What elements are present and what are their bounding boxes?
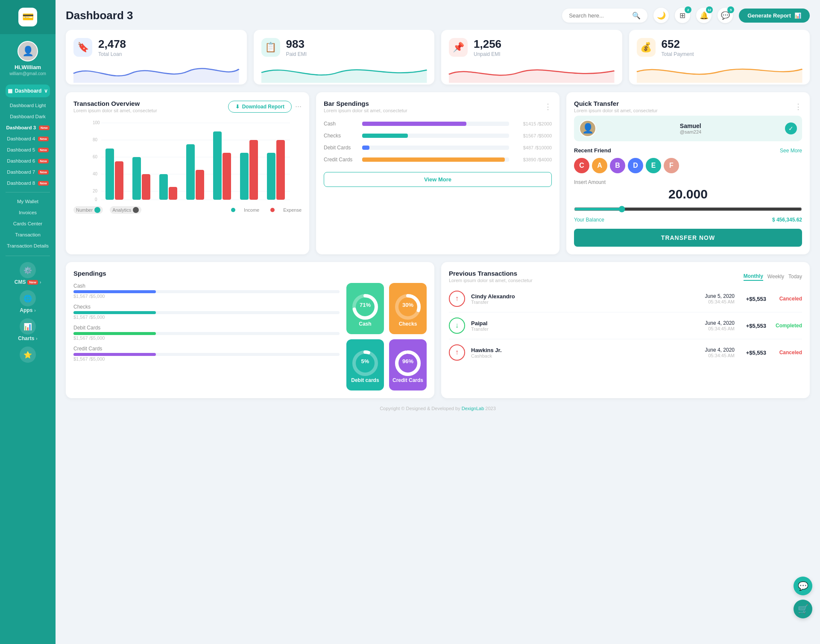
sidebar-item-dashboard-3[interactable]: Dashboard 3 New bbox=[0, 122, 56, 133]
tx-type-hawkins: Cashback bbox=[471, 353, 699, 358]
tx-time-hawkins: 05:34:45 AM bbox=[705, 353, 735, 358]
svg-rect-28 bbox=[223, 153, 231, 200]
sidebar-item-dashboard-8[interactable]: Dashboard 8 New bbox=[0, 178, 56, 189]
spendings-bars: Cash $1,567 /$5,000 Checks $1,567 /$5,00… bbox=[73, 283, 340, 390]
chat-icon-btn[interactable]: 💬 5 bbox=[718, 8, 733, 23]
sidebar: 💳 👤 Hi,William william@gmail.com ▦ Dashb… bbox=[0, 0, 56, 644]
donut-grid: 71% Cash 30% Checks bbox=[346, 283, 427, 390]
search-box[interactable]: 🔍 bbox=[562, 9, 647, 23]
stats-row: 🔖 2,478 Total Loan 📋 983 Paid EMI bbox=[66, 30, 810, 85]
tx-type-paipal: Transfer bbox=[471, 326, 699, 332]
dashboard-toggle-btn[interactable]: ▦ Dashboard ∨ bbox=[6, 85, 50, 97]
unpaid-emi-label: Unpaid EMI bbox=[474, 51, 501, 57]
view-more-button[interactable]: View More bbox=[324, 172, 552, 187]
tx-name-hawkins: Hawkins Jr. bbox=[471, 347, 699, 353]
friend-avatar-6[interactable]: F bbox=[664, 158, 679, 173]
generate-report-button[interactable]: Generate Report 📊 bbox=[739, 9, 810, 23]
tx-name-paipal: Paipal bbox=[471, 320, 699, 326]
tab-today[interactable]: Today bbox=[788, 273, 802, 280]
sidebar-item-dashboard-light[interactable]: Dashboard Light bbox=[0, 100, 56, 111]
sidebar-item-cards-center[interactable]: Cards Center bbox=[0, 218, 56, 229]
sidebar-item-transaction[interactable]: Transaction bbox=[0, 229, 56, 240]
sidebar-item-dashboard-7[interactable]: Dashboard 7 New bbox=[0, 166, 56, 178]
tx-time-paipal: 05:34:45 AM bbox=[705, 326, 735, 331]
debit-label: Debit Cards bbox=[324, 145, 358, 151]
chart-legend: Number Analytics Income Expense bbox=[73, 206, 302, 214]
svg-rect-24 bbox=[169, 187, 177, 200]
tx-row-paipal: ↓ Paipal Transfer June 4, 2020 05:34:45 … bbox=[449, 312, 802, 339]
new-badge: New bbox=[39, 125, 49, 130]
svg-text:20: 20 bbox=[93, 189, 98, 193]
donut-credit: 96% Credit Cards bbox=[389, 339, 427, 390]
bar-spendings-card: Bar Spendings Lorem ipsum dolor sit amet… bbox=[316, 92, 559, 254]
moon-icon-btn[interactable]: 🌙 bbox=[653, 8, 669, 23]
tab-monthly[interactable]: Monthly bbox=[744, 272, 763, 281]
friend-avatar-4[interactable]: D bbox=[628, 158, 643, 173]
sidebar-item-dashboard-dark[interactable]: Dashboard Dark bbox=[0, 111, 56, 122]
cash-values: $1415 /$2000 bbox=[513, 121, 552, 126]
spend-cash-label: Cash bbox=[73, 283, 340, 289]
more-options-button[interactable]: ··· bbox=[295, 102, 302, 111]
transfer-now-button[interactable]: TRANSFER NOW bbox=[574, 229, 802, 247]
bar-spendings-more-button[interactable]: ⋮ bbox=[544, 102, 552, 111]
spend-cash: Cash $1,567 /$5,000 bbox=[73, 283, 340, 299]
download-icon: ⬇ bbox=[235, 104, 240, 110]
friend-avatars: C A B D E F bbox=[574, 158, 802, 173]
svg-rect-20 bbox=[115, 161, 123, 200]
paid-emi-label: Paid EMI bbox=[286, 51, 307, 57]
footer: Copyright © Designed & Developed by Dexi… bbox=[66, 406, 810, 411]
gear-icon: ⚙️ bbox=[20, 262, 36, 278]
friend-avatar-3[interactable]: B bbox=[610, 158, 625, 173]
sidebar-section-charts[interactable]: 📊 Charts › bbox=[0, 316, 56, 344]
qt-user-handle: @sam224 bbox=[680, 129, 701, 134]
tab-weekly[interactable]: Weekly bbox=[767, 273, 784, 280]
see-more-link[interactable]: See More bbox=[780, 148, 802, 154]
svg-rect-27 bbox=[213, 131, 222, 200]
sidebar-item-transaction-details[interactable]: Transaction Details bbox=[0, 240, 56, 251]
spend-credit-label: Credit Cards bbox=[73, 346, 340, 352]
search-input[interactable] bbox=[569, 12, 629, 19]
user-name: Hi,William bbox=[15, 64, 41, 70]
sidebar-section-apps[interactable]: 🌐 Apps › bbox=[0, 288, 56, 316]
txn-title: Transaction Overview bbox=[73, 100, 157, 107]
prev-tx-subtitle: Lorem ipsum dolor sit amet, consectetur bbox=[449, 278, 533, 283]
donut-cash: 71% Cash bbox=[346, 283, 384, 334]
sidebar-item-dashboard-6[interactable]: Dashboard 6 New bbox=[0, 155, 56, 166]
stat-card-total-payment: 💰 652 Total Payment bbox=[629, 30, 810, 85]
tx-type-cindy: Transfer bbox=[471, 300, 699, 305]
sidebar-item-my-wallet[interactable]: My Wallet bbox=[0, 196, 56, 207]
apps-icon: 🌐 bbox=[20, 290, 36, 306]
footer-brand-link[interactable]: DexignLab bbox=[462, 406, 484, 411]
sidebar-section-favorites[interactable]: ⭐ bbox=[0, 344, 56, 366]
stat-card-unpaid-emi: 📌 1,256 Unpaid EMI bbox=[441, 30, 622, 85]
fab-support-button[interactable]: 💬 bbox=[794, 577, 812, 595]
friend-avatar-1[interactable]: C bbox=[574, 158, 589, 173]
tx-icon-cindy: ↑ bbox=[449, 291, 465, 307]
fab-cart-button[interactable]: 🛒 bbox=[794, 600, 812, 618]
paid-emi-value: 983 bbox=[286, 38, 307, 51]
search-icon: 🔍 bbox=[632, 12, 641, 20]
tx-date-paipal: June 4, 2020 bbox=[705, 320, 735, 326]
star-icon: ⭐ bbox=[20, 347, 36, 363]
bell-icon-btn[interactable]: 🔔 12 bbox=[696, 8, 712, 23]
download-report-button[interactable]: ⬇ Download Report bbox=[228, 101, 292, 113]
sidebar-item-dashboard-4[interactable]: Dashboard 4 New bbox=[0, 133, 56, 144]
sidebar-item-invoices[interactable]: Invoices bbox=[0, 207, 56, 218]
sidebar-section-cms[interactable]: ⚙️ CMS New › bbox=[0, 259, 56, 288]
svg-rect-26 bbox=[196, 170, 204, 200]
sidebar-item-dashboard-5[interactable]: Dashboard 5 New bbox=[0, 144, 56, 155]
friend-avatar-2[interactable]: A bbox=[592, 158, 607, 173]
svg-text:100: 100 bbox=[93, 120, 100, 125]
bar-spendings-subtitle: Lorem ipsum dolor sit amet, consectetur bbox=[324, 108, 407, 113]
svg-text:60: 60 bbox=[93, 154, 98, 159]
txn-header: Transaction Overview Lorem ipsum dolor s… bbox=[73, 100, 302, 113]
grid-icon: ▦ bbox=[8, 88, 12, 94]
tx-icon-hawkins: ↑ bbox=[449, 344, 465, 361]
bar-spendings-items: Cash $1415 /$2000 Checks bbox=[324, 121, 552, 163]
grid-icon-btn[interactable]: ⊞ 2 bbox=[675, 8, 690, 23]
debit-values: $487 /$10000 bbox=[513, 145, 552, 150]
amount-slider[interactable] bbox=[574, 206, 802, 213]
credit-track bbox=[362, 157, 509, 162]
friend-avatar-5[interactable]: E bbox=[646, 158, 661, 173]
qt-more-button[interactable]: ⋮ bbox=[794, 102, 802, 111]
